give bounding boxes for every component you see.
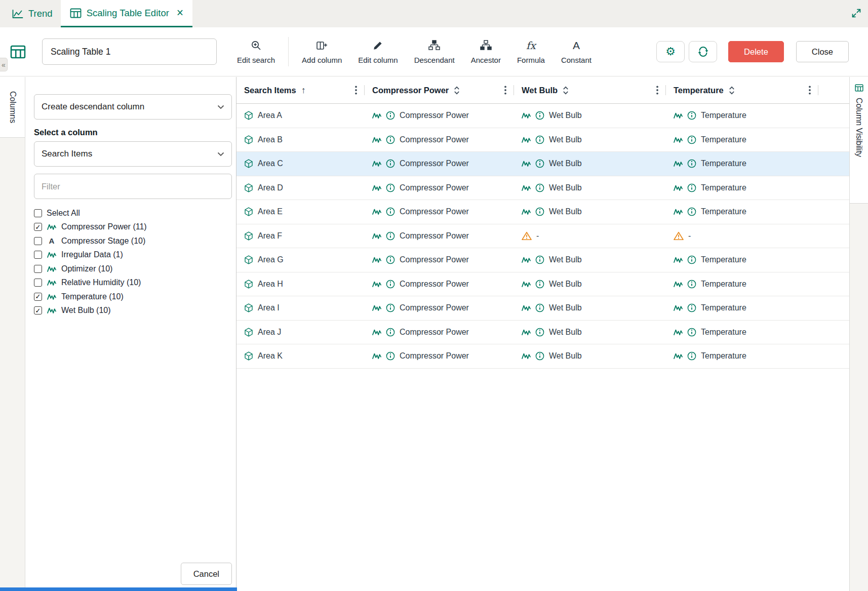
signal-cell[interactable]: Wet Bulb: [514, 272, 666, 296]
select-all-row[interactable]: Select All: [34, 206, 232, 220]
column-checkbox-item[interactable]: A Temperature (10): [34, 290, 232, 304]
refresh-button[interactable]: [689, 41, 717, 62]
column-mode-dropdown[interactable]: Create descendant column: [34, 94, 232, 120]
tab-scaling-table-editor[interactable]: Scaling Table Editor ×: [61, 0, 193, 27]
signal-cell[interactable]: Compressor Power: [365, 200, 514, 224]
column-header-wet-bulb[interactable]: Wet Bulb: [514, 77, 666, 103]
signal-cell[interactable]: Wet Bulb: [514, 104, 666, 128]
info-icon[interactable]: [386, 231, 395, 241]
info-icon[interactable]: [687, 280, 696, 289]
signal-cell[interactable]: Temperature: [666, 248, 818, 272]
table-row[interactable]: Area A Compressor Power Wet Bulb Tempera…: [236, 104, 849, 128]
info-icon[interactable]: [687, 351, 696, 361]
signal-cell[interactable]: Wet Bulb: [514, 200, 666, 224]
info-icon[interactable]: [535, 303, 544, 312]
signal-cell[interactable]: Temperature: [666, 296, 818, 320]
column-header-compressor-power[interactable]: Compressor Power: [365, 77, 514, 103]
filter-input[interactable]: [34, 174, 232, 199]
signal-cell[interactable]: Compressor Power: [365, 321, 514, 344]
column-header-search-items[interactable]: Search Items ↑: [236, 77, 365, 103]
search-item-cell[interactable]: Area G: [236, 248, 365, 272]
search-item-cell[interactable]: Area E: [236, 200, 365, 224]
tab-close-icon[interactable]: ×: [177, 7, 183, 19]
checkbox[interactable]: [34, 237, 42, 245]
info-icon[interactable]: [687, 328, 696, 337]
source-column-dropdown[interactable]: Search Items: [34, 141, 232, 167]
ancestor-button[interactable]: Ancestor: [463, 40, 509, 64]
signal-cell[interactable]: Wet Bulb: [514, 296, 666, 320]
cancel-button[interactable]: Cancel: [181, 563, 232, 585]
info-icon[interactable]: [535, 351, 544, 361]
sort-icon[interactable]: [729, 86, 735, 95]
warning-cell[interactable]: -: [514, 224, 666, 248]
sort-icon[interactable]: [563, 86, 569, 95]
checkbox[interactable]: [34, 223, 42, 231]
search-item-cell[interactable]: Area J: [236, 321, 365, 344]
table-row[interactable]: Area G Compressor Power Wet Bulb Tempera…: [236, 248, 849, 272]
signal-cell[interactable]: Compressor Power: [365, 296, 514, 320]
info-icon[interactable]: [687, 255, 696, 264]
expand-icon[interactable]: [851, 8, 861, 18]
info-icon[interactable]: [687, 183, 696, 192]
table-row[interactable]: Area E Compressor Power Wet Bulb Tempera…: [236, 200, 849, 224]
info-icon[interactable]: [386, 351, 395, 361]
info-icon[interactable]: [386, 207, 395, 216]
descendant-button[interactable]: Descendant: [406, 40, 463, 64]
column-checkbox-item[interactable]: A Relative Humidity (10): [34, 276, 232, 290]
search-item-cell[interactable]: Area C: [236, 152, 365, 176]
signal-cell[interactable]: Temperature: [666, 152, 818, 176]
column-checkbox-item[interactable]: A Compressor Power (11): [34, 220, 232, 234]
info-icon[interactable]: [535, 280, 544, 289]
collapse-panel-handle[interactable]: «: [0, 58, 8, 71]
signal-cell[interactable]: Wet Bulb: [514, 344, 666, 368]
search-item-cell[interactable]: Area F: [236, 224, 365, 248]
signal-cell[interactable]: Compressor Power: [365, 152, 514, 176]
select-all-checkbox[interactable]: [34, 209, 42, 217]
info-icon[interactable]: [386, 159, 395, 168]
constant-button[interactable]: A Constant: [553, 40, 600, 64]
column-checkbox-item[interactable]: A Wet Bulb (10): [34, 304, 232, 318]
table-row[interactable]: Area J Compressor Power Wet Bulb Tempera…: [236, 321, 849, 345]
signal-cell[interactable]: Compressor Power: [365, 176, 514, 200]
info-icon[interactable]: [386, 183, 395, 192]
table-row[interactable]: Area C Compressor Power Wet Bulb Tempera…: [236, 152, 849, 176]
table-row[interactable]: Area K Compressor Power Wet Bulb Tempera…: [236, 344, 849, 369]
column-visibility-tab[interactable]: Column Visibility: [850, 77, 868, 204]
signal-cell[interactable]: Temperature: [666, 200, 818, 224]
info-icon[interactable]: [535, 328, 544, 337]
checkbox[interactable]: [34, 265, 42, 273]
checkbox[interactable]: [34, 251, 42, 259]
signal-cell[interactable]: Compressor Power: [365, 104, 514, 128]
search-item-cell[interactable]: Area H: [236, 272, 365, 296]
signal-cell[interactable]: Temperature: [666, 104, 818, 128]
signal-cell[interactable]: Compressor Power: [365, 128, 514, 152]
signal-cell[interactable]: Wet Bulb: [514, 128, 666, 152]
signal-cell[interactable]: Temperature: [666, 321, 818, 344]
info-icon[interactable]: [687, 159, 696, 168]
column-menu-icon[interactable]: [501, 84, 510, 97]
signal-cell[interactable]: Temperature: [666, 344, 818, 368]
table-row[interactable]: Area B Compressor Power Wet Bulb Tempera…: [236, 128, 849, 152]
table-row[interactable]: Area F Compressor Power - -: [236, 224, 849, 249]
warning-icon[interactable]: [674, 231, 684, 241]
signal-cell[interactable]: Wet Bulb: [514, 248, 666, 272]
signal-cell[interactable]: Wet Bulb: [514, 176, 666, 200]
info-icon[interactable]: [535, 183, 544, 192]
column-header-temperature[interactable]: Temperature: [666, 77, 818, 103]
edit-search-button[interactable]: Edit search: [229, 40, 283, 64]
info-icon[interactable]: [386, 111, 395, 120]
info-icon[interactable]: [386, 328, 395, 337]
column-menu-icon[interactable]: [805, 84, 814, 97]
checkbox[interactable]: [34, 279, 42, 287]
search-item-cell[interactable]: Area I: [236, 296, 365, 320]
signal-cell[interactable]: Temperature: [666, 272, 818, 296]
column-menu-icon[interactable]: [653, 84, 662, 97]
table-row[interactable]: Area D Compressor Power Wet Bulb Tempera…: [236, 176, 849, 201]
info-icon[interactable]: [687, 135, 696, 144]
info-icon[interactable]: [386, 280, 395, 289]
info-icon[interactable]: [687, 111, 696, 120]
search-item-cell[interactable]: Area B: [236, 128, 365, 152]
info-icon[interactable]: [535, 255, 544, 264]
warning-cell[interactable]: -: [666, 224, 818, 248]
signal-cell[interactable]: Wet Bulb: [514, 152, 666, 176]
